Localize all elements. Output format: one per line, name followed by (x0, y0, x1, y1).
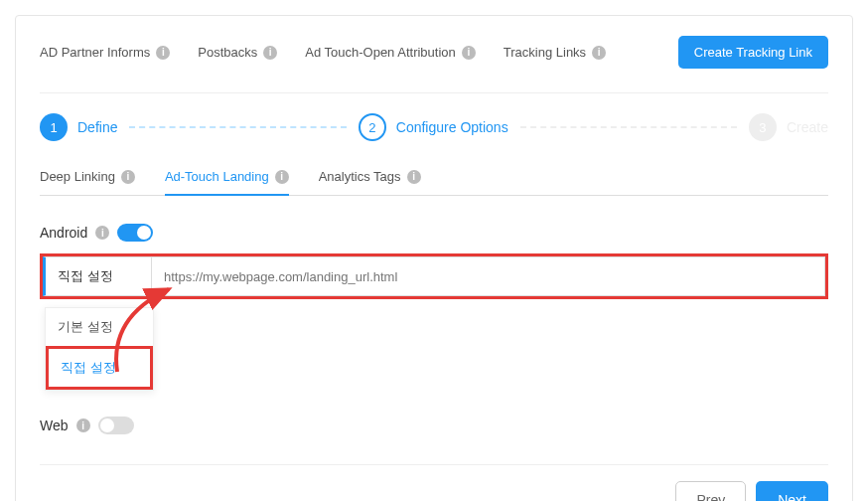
next-button[interactable]: Next (756, 481, 828, 501)
dropdown-option-default[interactable]: 기본 설정 (46, 308, 153, 346)
info-icon: i (462, 46, 476, 60)
info-icon: i (592, 46, 606, 60)
web-label: Web (40, 418, 69, 433)
step-connector (129, 126, 346, 128)
toggle-knob (137, 226, 151, 240)
create-tracking-link-button[interactable]: Create Tracking Link (678, 36, 828, 69)
dropdown-option-custom[interactable]: 직접 설정 (46, 346, 153, 390)
info-icon: i (275, 170, 289, 184)
android-mode-dropdown: 기본 설정 직접 설정 (45, 307, 154, 391)
android-toggle[interactable] (117, 224, 153, 242)
info-icon: i (407, 170, 421, 184)
prev-button[interactable]: Prev (675, 481, 746, 501)
android-label: Android (40, 225, 87, 241)
step-circle-2: 2 (359, 113, 386, 141)
step-label-configure: Configure Options (396, 119, 508, 135)
info-icon: i (95, 226, 109, 240)
nav-tracking-links[interactable]: Tracking Links i (504, 45, 606, 60)
step-label-create: Create (787, 119, 828, 135)
top-bar: AD Partner Informs i Postbacks i Ad Touc… (40, 36, 828, 69)
step-define[interactable]: 1 Define (40, 113, 117, 141)
sub-tabs: Deep Linking i Ad-Touch Landing i Analyt… (40, 169, 828, 196)
android-url-input[interactable] (152, 256, 825, 296)
web-toggle[interactable] (98, 417, 134, 434)
tab-deep-linking[interactable]: Deep Linking i (40, 169, 135, 196)
step-circle-1: 1 (40, 113, 68, 141)
info-icon: i (263, 46, 277, 60)
stepper: 1 Define 2 Configure Options 3 Create (40, 92, 828, 141)
step-configure[interactable]: 2 Configure Options (359, 113, 508, 141)
info-icon: i (76, 418, 90, 432)
step-connector (520, 126, 737, 128)
step-label-define: Define (77, 119, 117, 135)
footer-buttons: Prev Next (40, 464, 828, 501)
tab-ad-touch-landing[interactable]: Ad-Touch Landing i (165, 169, 289, 196)
dropdown-wrapper: 기본 설정 직접 설정 (40, 307, 828, 407)
step-circle-3: 3 (749, 113, 777, 141)
nav-ad-partner-informs[interactable]: AD Partner Informs i (40, 45, 170, 60)
nav-ad-touch-open-attribution[interactable]: Ad Touch-Open Attribution i (305, 45, 476, 60)
web-heading: Web i (40, 417, 828, 434)
android-heading: Android i (40, 224, 828, 242)
android-mode-select[interactable]: 직접 설정 (43, 256, 152, 296)
tab-analytics-tags[interactable]: Analytics Tags i (319, 169, 421, 196)
android-input-row: 직접 설정 (40, 253, 828, 299)
config-panel: AD Partner Informs i Postbacks i Ad Touc… (15, 15, 853, 501)
nav-postbacks[interactable]: Postbacks i (198, 45, 277, 60)
info-icon: i (156, 46, 170, 60)
top-nav: AD Partner Informs i Postbacks i Ad Touc… (40, 45, 606, 60)
toggle-knob (100, 418, 114, 432)
step-create: 3 Create (749, 113, 828, 141)
info-icon: i (121, 170, 135, 184)
